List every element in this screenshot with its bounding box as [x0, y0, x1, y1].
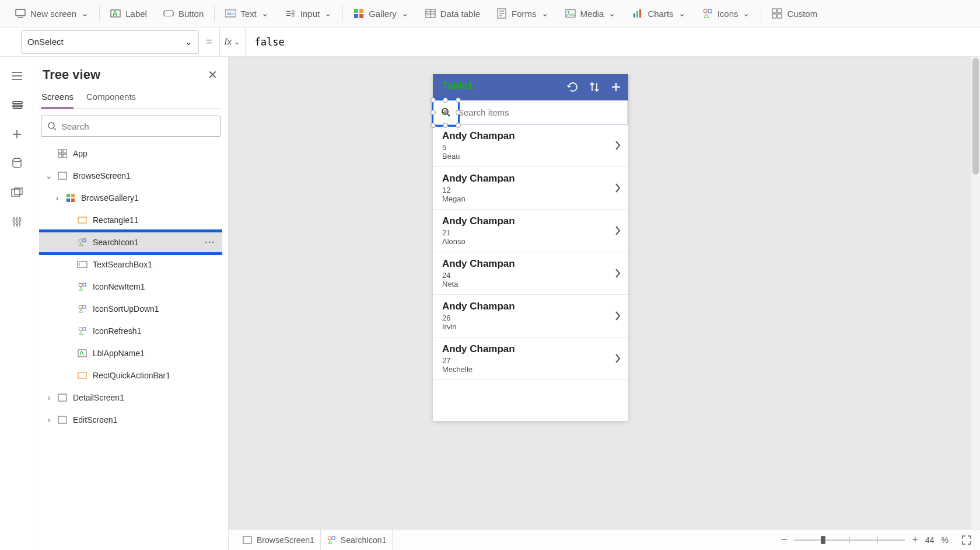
zoom-out-button[interactable]: −	[781, 534, 788, 546]
app-icon	[57, 148, 68, 159]
tree-node-rectangle11[interactable]: Rectangle11	[39, 209, 222, 231]
icons-button[interactable]: Icons ⌄	[694, 0, 759, 27]
tree-tabs: Screens Components	[39, 88, 222, 109]
chevron-down-icon: ⌄	[608, 8, 616, 19]
left-rail	[0, 57, 33, 550]
vertical-scrollbar[interactable]	[971, 57, 980, 529]
app-header-bar: Table1	[433, 74, 628, 100]
gallery-list[interactable]: Andy Champan 5 Beau Andy Champan 12 Mega…	[433, 124, 628, 421]
label-icon	[110, 8, 121, 19]
media-tab[interactable]	[0, 178, 33, 207]
close-pane-button[interactable]: ✕	[208, 68, 218, 82]
gallery-item[interactable]: Andy Champan 12 Megan	[433, 167, 628, 210]
item-sub1: 12	[442, 186, 614, 194]
label-button[interactable]: Label	[102, 0, 155, 27]
tree-node-browsescreen[interactable]: ⌄ BrowseScreen1	[39, 165, 222, 187]
node-label: IconSortUpDown1	[93, 304, 159, 314]
tree-view-pane: Tree view ✕ Screens Components App ⌄ Bro…	[33, 57, 229, 550]
app-title-label: Table1	[442, 80, 473, 92]
svg-rect-33	[778, 14, 782, 18]
add-icon[interactable]	[610, 81, 622, 93]
svg-point-68	[79, 328, 82, 331]
tree-node-browsegallery[interactable]: › BrowseGallery1	[39, 187, 222, 209]
tree-node-editscreen[interactable]: › EditScreen1	[39, 409, 222, 431]
equals-icon: =	[199, 36, 219, 48]
tree-search-input[interactable]	[61, 121, 214, 131]
chevron-down-icon: ⌄	[185, 37, 192, 47]
advanced-tools-tab[interactable]	[0, 207, 33, 236]
zoom-slider[interactable]	[794, 539, 905, 541]
tree-view-tab[interactable]	[0, 90, 33, 120]
components-tab[interactable]: Components	[86, 88, 136, 108]
chevron-right-icon[interactable]: ›	[45, 393, 53, 402]
gallery-icon	[65, 192, 76, 204]
gallery-item[interactable]: Andy Champan 24 Neta	[433, 252, 628, 295]
gallery-item[interactable]: Andy Champan 21 Alonso	[433, 210, 628, 252]
search-items-input[interactable]	[458, 100, 628, 124]
breadcrumb-screen[interactable]: BrowseScreen1	[237, 530, 321, 550]
svg-rect-3	[164, 11, 173, 16]
design-canvas[interactable]: Table1 ✥ Andy Champan 5 Beau Andy Champa…	[229, 57, 980, 550]
charts-icon	[632, 8, 643, 19]
svg-rect-50	[58, 149, 62, 153]
insert-tab[interactable]	[0, 120, 33, 149]
gallery-button[interactable]: Gallery ⌄	[345, 0, 417, 27]
custom-button[interactable]: Custom	[764, 0, 825, 27]
chevron-right-icon[interactable]: ›	[45, 415, 53, 424]
breadcrumb-control[interactable]: SearchIcon1	[321, 530, 393, 550]
chevron-right-icon[interactable]: ›	[53, 193, 61, 203]
refresh-icon[interactable]	[566, 81, 579, 93]
item-sub2: Beau	[442, 152, 614, 161]
tree-node-searchicon-selected[interactable]: SearchIcon1 ···	[39, 231, 222, 253]
property-selector[interactable]: OnSelect ⌄	[21, 30, 199, 54]
tree-node-rectquick[interactable]: RectQuickActionBar1	[39, 364, 222, 387]
tree-node-lblappname[interactable]: LblAppName1	[39, 342, 222, 364]
input-button[interactable]: Input ⌄	[277, 0, 340, 27]
chevron-down-icon[interactable]: ⌄	[45, 171, 53, 180]
node-label: IconNewItem1	[93, 282, 145, 291]
gallery-item[interactable]: Andy Champan 26 Irvin	[433, 295, 628, 337]
media-button[interactable]: Media ⌄	[557, 0, 625, 27]
textbox-icon	[76, 259, 88, 270]
selection-handles[interactable]: ✥	[432, 99, 460, 127]
gallery-item[interactable]: Andy Champan 5 Beau	[433, 124, 628, 167]
app-preview[interactable]: Table1 ✥ Andy Champan 5 Beau Andy Champa…	[433, 74, 628, 421]
new-screen-button[interactable]: New screen ⌄	[7, 0, 97, 27]
item-sub2: Mechelle	[442, 365, 614, 374]
fit-to-screen-button[interactable]	[961, 535, 972, 545]
text-button[interactable]: Abc Text ⌄	[217, 0, 277, 27]
screens-tab[interactable]: Screens	[41, 88, 74, 109]
shapes-icon	[76, 236, 88, 248]
svg-text:Abc: Abc	[227, 11, 235, 16]
node-label: LblAppName1	[93, 349, 145, 358]
chevron-right-icon	[614, 140, 621, 151]
crumb-label: SearchIcon1	[341, 535, 387, 545]
tree-node-detailscreen[interactable]: › DetailScreen1	[39, 387, 222, 409]
tree-node-app[interactable]: App	[39, 142, 222, 165]
button-button[interactable]: Button	[155, 0, 212, 27]
tree-node-iconnewitem[interactable]: IconNewItem1	[39, 276, 222, 298]
hamburger-button[interactable]	[0, 61, 33, 90]
charts-button[interactable]: Charts ⌄	[624, 0, 694, 27]
sort-icon[interactable]	[589, 81, 600, 93]
node-label: Rectangle11	[93, 215, 139, 225]
tree-node-iconsort[interactable]: IconSortUpDown1	[39, 298, 222, 320]
tree-search	[41, 116, 220, 137]
tree-node-textsearchbox[interactable]: TextSearchBox1	[39, 253, 222, 276]
zoom-in-button[interactable]: +	[912, 534, 918, 546]
rectangle-icon	[76, 214, 88, 226]
fx-button[interactable]: fx ⌄	[219, 27, 246, 56]
node-label: DetailScreen1	[73, 393, 124, 402]
item-title: Andy Champan	[442, 258, 614, 270]
gallery-item[interactable]: Andy Champan 27 Mechelle	[433, 337, 628, 380]
data-tab[interactable]	[0, 149, 33, 178]
more-button[interactable]: ···	[205, 238, 215, 247]
zoom-controls: − + 44 %	[781, 534, 972, 546]
svg-rect-25	[634, 13, 635, 18]
tree-node-iconrefresh[interactable]: IconRefresh1	[39, 320, 222, 342]
forms-button[interactable]: Forms ⌄	[488, 0, 557, 27]
svg-point-60	[79, 239, 82, 242]
svg-rect-27	[639, 9, 641, 18]
data-table-button[interactable]: Data table	[417, 0, 488, 27]
formula-input[interactable]	[246, 27, 980, 56]
